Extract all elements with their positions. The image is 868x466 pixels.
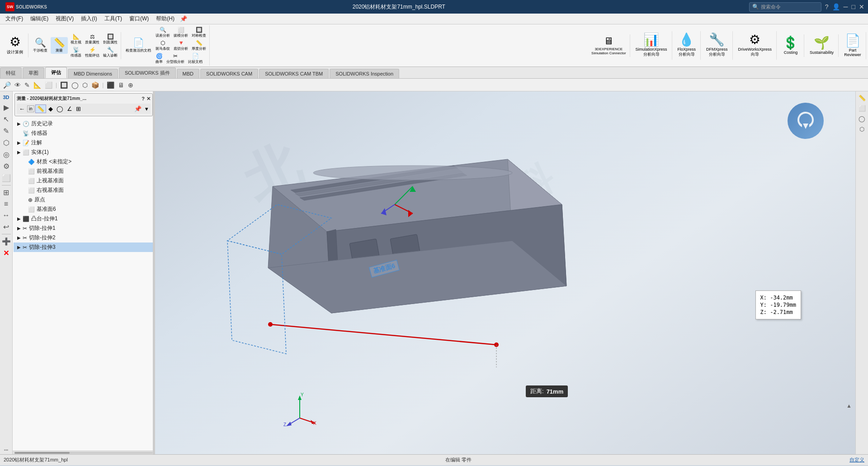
scroll-up-indicator[interactable]: ▲ — [846, 403, 852, 409]
tree-item-cut1[interactable]: ▶ ✂ 切除-拉伸1 — [14, 223, 154, 233]
3dexperience-button[interactable]: 🖥 3DEXPERIENCESimulation Connector — [590, 35, 627, 56]
menu-tools[interactable]: 工具(T) — [101, 14, 126, 24]
view-main-button[interactable]: 📐 视主视 — [69, 33, 83, 45]
view-eye-icon[interactable]: 👁 — [13, 81, 22, 90]
measure-chevron-icon[interactable]: ▾ — [144, 105, 150, 113]
tab-sw-plugins[interactable]: SOLIDWORKS 插件 — [119, 67, 176, 78]
left-ref-icon[interactable]: ↩ — [2, 221, 10, 233]
right-box-icon[interactable]: ⬜ — [857, 104, 867, 113]
parting-line-button[interactable]: ✂ 分型线分析 — [165, 52, 186, 65]
close-button[interactable]: ✕ — [859, 3, 864, 10]
3d-viewport[interactable]: 北 技 科 — [155, 91, 855, 454]
check-active-doc-button[interactable]: 📄 检查激活的文档 — [124, 37, 153, 54]
view-display-icon[interactable]: 🖥 — [117, 81, 126, 90]
interference-check-button[interactable]: 🔍 干涉检查 — [31, 37, 49, 54]
view-hex-icon[interactable]: ⬡ — [81, 81, 89, 90]
left-grid-icon[interactable]: ⊞ — [2, 187, 10, 198]
measure-button[interactable]: 📏 测量 — [51, 37, 68, 54]
tree-item-solid[interactable]: ▶ ⬜ 实体(1) — [14, 147, 154, 157]
sustainability-button[interactable]: 🌱 Sustainability — [807, 35, 836, 56]
view-camera-icon[interactable]: ⊕ — [127, 81, 135, 90]
search-input[interactable]: 搜索命令 — [761, 4, 781, 10]
right-hex-icon[interactable]: ⬡ — [858, 124, 866, 134]
help-icon[interactable]: ? — [825, 3, 829, 10]
tab-mbd[interactable]: MBD — [177, 69, 199, 78]
performance-button[interactable]: ⚡ 性能评估 — [84, 46, 101, 58]
tree-item-material[interactable]: 🔷 材质 <未指定> — [14, 157, 154, 166]
curvature-button[interactable]: 🌀 曲率 — [154, 52, 164, 65]
simulation-xpress-button[interactable]: 📊 SimulationXpress分析向导 — [633, 32, 670, 59]
dfm-xpress-button[interactable]: 🔧 DFMXpress分析向导 — [703, 32, 731, 59]
measure-circle-icon[interactable]: ◯ — [55, 105, 65, 113]
sensor-button[interactable]: 📡 传感器 — [69, 46, 83, 58]
left-arrow-icon[interactable]: ▶ — [2, 102, 10, 113]
left-circle-icon[interactable]: ◎ — [2, 149, 11, 160]
menu-insert[interactable]: 插入(I) — [77, 14, 100, 24]
view-box-icon[interactable]: ⬜ — [43, 81, 54, 90]
menu-file[interactable]: 文件(F) — [2, 14, 27, 24]
status-custom[interactable]: 自定义 — [849, 456, 864, 463]
tab-evaluate[interactable]: 评估 — [45, 67, 67, 78]
tree-item-sensors[interactable]: 📡 传感器 — [14, 128, 154, 138]
design-calc-button[interactable]: ⚙ 设计算例 — [4, 34, 26, 57]
tree-item-cut3[interactable]: ▶ ✂ 切除-拉伸3 — [14, 243, 154, 252]
menu-window[interactable]: 窗口(W) — [126, 14, 152, 24]
flo-xpress-button[interactable]: 💧 FloXpress分析向导 — [675, 32, 699, 59]
left-gear-icon[interactable]: ⚙ — [2, 161, 11, 172]
left-cursor-icon[interactable]: ↖ — [2, 114, 10, 125]
mass-properties-button[interactable]: ⚖ 质量属性 — [84, 33, 101, 45]
input-diag-button[interactable]: 🔧 输入诊断 — [102, 46, 119, 58]
view-measure-icon[interactable]: 📐 — [32, 81, 42, 90]
left-sketch-icon[interactable]: ✎ — [2, 125, 10, 137]
left-minus-icon[interactable]: ✕ — [2, 247, 10, 259]
user-icon[interactable]: 👤 — [832, 3, 840, 10]
tree-item-annotations[interactable]: ▶ 📝 注解 — [14, 138, 154, 147]
error-analysis-button[interactable]: 🔍 误差分析 — [154, 26, 171, 38]
minimize-button[interactable]: ─ — [844, 3, 848, 10]
costing-button[interactable]: 💲 Costing — [779, 35, 802, 56]
thickness-button[interactable]: 📏 厚度分析 — [190, 39, 208, 52]
view-circle-icon[interactable]: ◯ — [70, 81, 80, 90]
tab-sw-cam-tbm[interactable]: SOLIDWORKS CAM TBM — [259, 69, 329, 78]
measure-fwd-icon[interactable]: in — [27, 105, 34, 112]
measure-diamond-icon[interactable]: ◆ — [47, 105, 54, 113]
left-box-icon[interactable]: ⬜ — [0, 172, 12, 184]
zebra-button[interactable]: ⬡ 斑马条纹 — [154, 39, 171, 52]
left-dim-icon[interactable]: ↔ — [1, 210, 11, 221]
left-more-icon[interactable]: ••• — [4, 448, 8, 454]
tab-sw-cam[interactable]: SOLIDWORKS CAM — [200, 69, 258, 78]
compare-docs-button[interactable]: 📄 比较文档 — [187, 52, 204, 65]
menu-view[interactable]: 视图(V) — [52, 14, 77, 24]
measure-help-icon[interactable]: ? — [142, 96, 145, 102]
menu-help[interactable]: 帮助(H) — [152, 14, 178, 24]
tree-item-plane6[interactable]: ⬜ 基准面6 — [14, 204, 154, 214]
view-render-icon[interactable]: 🔲 — [59, 81, 69, 90]
tab-sketch[interactable]: 草图 — [23, 67, 44, 78]
tab-features[interactable]: 特征 — [0, 67, 22, 78]
tree-item-boss-extrude[interactable]: ▶ ⬛ 凸台-拉伸1 — [14, 214, 154, 223]
maximize-button[interactable]: □ — [852, 3, 855, 10]
tree-item-cut2[interactable]: ▶ ✂ 切除-拉伸2 — [14, 233, 154, 243]
tab-mbd-dims[interactable]: MBD Dimensions — [68, 69, 118, 78]
tree-item-right-plane[interactable]: ⬜ 右视基准面 — [14, 185, 154, 195]
right-circle-icon[interactable]: ◯ — [857, 114, 867, 124]
draft-analysis-button[interactable]: ⬜ 拔模分析 — [172, 26, 189, 38]
menu-pin-icon[interactable]: 📌 — [180, 15, 187, 22]
symmetry-check-button[interactable]: 🔲 对称检查 — [190, 26, 208, 38]
view-3d-icon[interactable]: 📦 — [90, 81, 100, 90]
tree-item-history[interactable]: ▶ 🕐 历史记录 — [14, 119, 154, 128]
part-reviewer-button[interactable]: 📄 PartReviewer — [841, 33, 864, 58]
measure-expand-icon[interactable]: ⊞ — [75, 105, 82, 113]
resize-handle[interactable] — [153, 91, 155, 454]
view-edit-icon[interactable]: ✎ — [23, 81, 31, 90]
measure-pin-icon[interactable]: 📌 — [133, 105, 143, 113]
measure-angle-icon[interactable]: ∠ — [66, 105, 74, 113]
right-measure-icon[interactable]: 📏 — [857, 93, 867, 103]
tree-item-top-plane[interactable]: ⬜ 上视基准面 — [14, 176, 154, 185]
undercut-button[interactable]: 🔻 底切分析 — [172, 39, 189, 52]
view-zoom-icon[interactable]: 🔎 — [2, 81, 12, 90]
left-3d-icon[interactable]: 3D — [1, 93, 10, 101]
measure-ruler-icon[interactable]: 📏 — [35, 105, 46, 113]
view-options-icon[interactable]: ⬛ — [105, 81, 116, 90]
driveworks-button[interactable]: ⚙ DriveWorksXpress向导 — [736, 32, 774, 59]
